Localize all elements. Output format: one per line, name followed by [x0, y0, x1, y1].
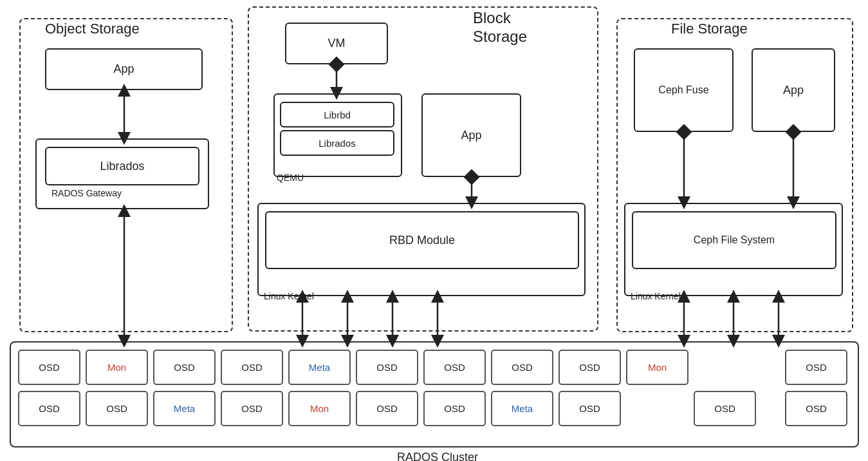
cell-r0c7: OSD — [491, 350, 553, 385]
cell-r0c4: Meta — [288, 350, 351, 385]
cell-r1c3: OSD — [221, 391, 283, 426]
object-storage-title: Object Storage — [45, 21, 140, 37]
bs-linux-kernel-label: Linux Kernel — [264, 291, 314, 301]
cell-r1c1: OSD — [86, 391, 148, 426]
cell-r1c5: OSD — [356, 391, 418, 426]
bs-librbd-node: Librbd — [280, 102, 394, 127]
fs-ceph-fuse-node: Ceph Fuse — [634, 48, 734, 132]
fs-app-node: App — [752, 48, 835, 132]
bs-librados-inner-node: Librados — [280, 130, 394, 156]
fs-linux-kernel-label: Linux Kernel — [631, 291, 681, 301]
bs-vm-node: VM — [285, 23, 388, 64]
cell-r0c8: OSD — [559, 350, 621, 385]
bs-app-node: App — [421, 93, 521, 177]
cell-r1c8: OSD — [559, 391, 621, 426]
obj-librados-node: Librados — [45, 147, 199, 185]
diagram: RADOS Cluster OSD Mon OSD OSD Meta OSD O… — [0, 0, 868, 461]
cell-r0c5: OSD — [356, 350, 418, 385]
obj-app-node: App — [45, 48, 203, 90]
file-storage-title: File Storage — [671, 21, 748, 37]
cell-r1c0: OSD — [18, 391, 80, 426]
cell-r0c1: Mon — [86, 350, 148, 385]
cell-r1c6: OSD — [423, 391, 486, 426]
cell-r0c10: OSD — [785, 350, 847, 385]
block-storage-title: BlockStorage — [473, 9, 527, 46]
cell-r1c2: Meta — [153, 391, 216, 426]
bs-rbd-module-node: RBD Module — [265, 211, 579, 269]
cell-r1c4: Mon — [288, 391, 351, 426]
obj-rados-gw-label: RADOS Gateway — [51, 188, 122, 198]
bs-qemu-label: QEMU — [277, 173, 304, 183]
cell-r0c6: OSD — [423, 350, 486, 385]
cell-r0c0: OSD — [18, 350, 80, 385]
cell-r0c3: OSD — [221, 350, 283, 385]
rados-cluster-label: RADOS Cluster — [373, 451, 502, 461]
cell-r1c7: Meta — [491, 391, 553, 426]
cell-r0c9: Mon — [626, 350, 688, 385]
cell-r1c10: OSD — [785, 391, 847, 426]
cell-r1c9: OSD — [694, 391, 756, 426]
fs-cfs-node: Ceph File System — [632, 211, 836, 269]
cell-r0c2: OSD — [153, 350, 216, 385]
